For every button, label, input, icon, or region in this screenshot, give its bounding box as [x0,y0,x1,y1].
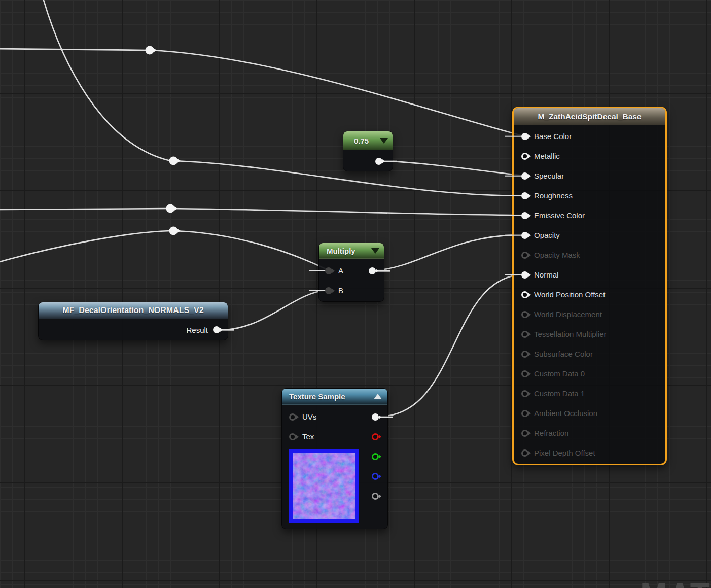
wire-texture-to-normal[interactable] [379,274,523,417]
pin-row-normal: Normal [514,265,665,285]
pin-row-emissive-color: Emissive Color [514,205,665,225]
pin-row-refraction: Refraction [514,423,665,443]
multiply-input-pin-b[interactable] [325,287,332,294]
material-node-title: M_ZathAcidSpitDecal_Base [538,112,641,121]
texture-sample-node[interactable]: Texture Sample UVs Tex [281,388,388,529]
pin-row-base-color: Base Color [514,126,665,146]
wire-to-multiply-a-segment-2[interactable] [173,231,327,269]
pin-refraction[interactable] [521,430,528,437]
pin-opacity-mask[interactable] [521,252,528,259]
material-function-title: MF_DecalOrientation_NORMALS_V2 [62,306,203,315]
pin-pixel-depth-offset[interactable] [521,449,528,457]
pin-base-color[interactable] [521,133,528,140]
material-function-result-pin[interactable] [213,326,220,333]
pin-metallic[interactable] [521,153,528,160]
texture-output-pin-r[interactable] [372,433,379,440]
pin-label: Opacity Mask [534,251,580,259]
pin-label: A [338,266,343,275]
pin-label: Tex [302,432,314,441]
multiply-input-row-b: B [319,281,384,300]
multiply-node-header[interactable]: Multiply [319,243,384,259]
pin-ambient-occlusion[interactable] [521,410,528,417]
constant-output-pin[interactable] [375,158,382,165]
material-function-output-row: Result [39,319,228,340]
pin-row-metallic: Metallic [514,146,665,166]
pin-custom-data-1[interactable] [521,390,528,397]
wire-multiply-to-opacity[interactable] [376,235,523,270]
material-graph-canvas[interactable]: { "canvas": {"width": 1402, "height": 11… [0,0,711,588]
multiply-node-title: Multiply [327,247,356,255]
texture-sample-title: Texture Sample [289,392,345,401]
constant-node[interactable]: 0.75 [343,131,393,171]
pin-label: Opacity [534,231,560,239]
pin-row-custom-data-1: Custom Data 1 [514,384,665,403]
pin-label: Pixel Depth Offset [534,448,595,457]
reroute-node[interactable] [166,204,178,213]
multiply-input-pin-a[interactable] [325,267,332,274]
wire-to-basecolor-segment-1[interactable] [0,49,147,50]
pin-tessellation-multiplier[interactable] [521,331,528,338]
pin-row-opacity: Opacity [514,225,665,245]
material-function-node[interactable]: MF_DecalOrientation_NORMALS_V2 Result [38,302,228,340]
pin-label: Specular [534,171,564,180]
pin-label: Emissive Color [534,211,585,220]
constant-node-header[interactable]: 0.75 [343,131,393,150]
texture-output-pin-rgb[interactable] [372,413,379,421]
pin-subsurface-color[interactable] [521,351,528,358]
pin-world-position-offset[interactable] [521,291,528,298]
pin-row-tessellation-multiplier: Tessellation Multiplier [514,324,665,344]
pin-label: Metallic [534,152,560,160]
pin-label: Custom Data 1 [534,389,585,398]
texture-output-pin-a[interactable] [372,493,379,500]
pin-label: Base Color [534,132,572,141]
multiply-node[interactable]: Multiply A B [318,243,384,302]
pin-emissive-color[interactable] [521,212,528,219]
reroute-node[interactable] [169,157,181,165]
material-function-node-header[interactable]: MF_DecalOrientation_NORMALS_V2 [39,302,228,319]
pin-label: Custom Data 0 [534,369,585,378]
pin-world-displacement[interactable] [521,311,528,318]
texture-input-pin-tex[interactable] [289,433,296,440]
pin-row-world-position-offset: World Position Offset [514,285,665,304]
wire-to-basecolor-segment-2[interactable] [150,50,523,136]
constant-value: 0.75 [354,136,369,145]
pin-specular[interactable] [521,172,528,180]
material-node-header[interactable]: M_ZathAcidSpitDecal_Base [514,108,665,125]
pin-label: Subsurface Color [534,350,593,358]
wire-to-emissive-segment-2[interactable] [170,209,523,215]
texture-output-pin-b[interactable] [372,473,379,480]
texture-preview [289,449,359,523]
texture-output-pin-g[interactable] [372,453,379,460]
pin-normal[interactable] [521,271,528,279]
collapse-arrow-icon[interactable] [371,248,379,254]
material-result-node[interactable]: M_ZathAcidSpitDecal_Base Base Color Meta… [512,107,667,465]
wire-to-multiply-a-segment-1[interactable] [0,231,170,263]
pin-row-ambient-occlusion: Ambient Occlusion [514,403,665,423]
texture-sample-node-header[interactable]: Texture Sample [282,389,387,405]
pin-label: Normal [534,270,558,279]
wire-to-roughness-segment-1[interactable] [42,0,170,161]
pin-opacity[interactable] [521,232,528,239]
pin-label: Refraction [534,429,568,437]
reroute-node[interactable] [146,46,157,55]
pin-row-subsurface-color: Subsurface Color [514,344,665,364]
pin-label: Result [186,326,208,334]
pin-label: B [338,286,343,295]
pin-label: Roughness [534,191,573,200]
expand-arrow-icon[interactable] [374,394,382,399]
reroute-node[interactable] [169,227,181,235]
wire-constant-to-specular[interactable] [382,161,523,176]
collapse-arrow-icon[interactable] [380,138,388,144]
pin-row-opacity-mask: Opacity Mask [514,245,665,265]
pin-row-roughness: Roughness [514,186,665,205]
wire-mf-to-multiply-b[interactable] [220,290,327,330]
multiply-output-pin[interactable] [369,267,376,274]
pin-row-pixel-depth-offset: Pixel Depth Offset [514,443,665,463]
texture-input-pin-uvs[interactable] [289,413,296,421]
material-pin-list: Base Color Metallic Specular Roughness E… [514,125,665,463]
wire-to-emissive-segment-1[interactable] [0,209,167,210]
pin-roughness[interactable] [521,192,528,199]
pin-label: UVs [302,412,316,421]
pin-custom-data-0[interactable] [521,370,528,377]
pin-label: World Displacement [534,310,602,319]
